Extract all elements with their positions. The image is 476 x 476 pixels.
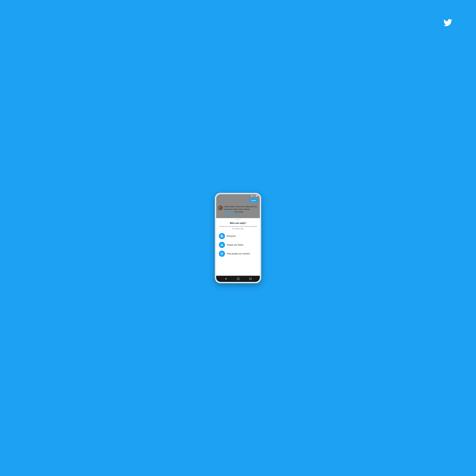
tweet-content-area: Hello foodies! Today we're talking with … (216, 204, 260, 218)
reply-option-everyone[interactable]: Everyone (219, 233, 257, 239)
signal-icon (254, 195, 255, 197)
nav-home-button[interactable] (237, 278, 239, 280)
nav-bar (216, 276, 260, 282)
everyone-icon-circle (219, 233, 225, 239)
at-icon (220, 252, 223, 255)
reply-option-people-follow[interactable]: People you follow (219, 242, 257, 248)
svg-rect-2 (255, 195, 255, 196)
wifi-icon (251, 195, 253, 197)
sheet-handle (236, 219, 240, 220)
svg-marker-7 (225, 278, 226, 280)
only-mention-label: Only people you mention (227, 253, 250, 255)
mention-1[interactable]: @h_wang84 (224, 211, 234, 213)
people-follow-label: People you follow (227, 244, 243, 246)
phone-screen: ✕ Tweet Hello foodies! Today we're talki… (216, 194, 260, 282)
mention-2[interactable]: @cupcakesRDbest (224, 214, 239, 216)
bottom-sheet: Who can reply? Choose who can reply to t… (216, 218, 260, 276)
sheet-subtitle: Choose who can reply to this Tweet. Anyo… (219, 225, 257, 230)
sheet-title: Who can reply? (219, 222, 257, 224)
tweet-button[interactable]: Tweet (249, 199, 258, 202)
people-follow-icon-circle (219, 242, 225, 248)
svg-rect-6 (258, 195, 258, 196)
compose-header: ✕ Tweet (216, 197, 260, 204)
tweet-text-part2: and Cheryl (234, 211, 243, 213)
globe-icon (220, 235, 223, 238)
close-button[interactable]: ✕ (218, 199, 220, 202)
svg-rect-5 (256, 195, 257, 196)
avatar-image (218, 205, 223, 210)
home-icon (237, 278, 239, 280)
svg-rect-1 (254, 196, 254, 196)
tweet-text: Hello foodies! Today we're talking with … (224, 205, 258, 216)
svg-rect-3 (255, 195, 255, 196)
back-icon (224, 278, 227, 280)
twitter-logo (443, 19, 452, 26)
phone-frame: ✕ Tweet Hello foodies! Today we're talki… (215, 193, 261, 283)
nav-back-button[interactable] (224, 278, 227, 280)
reply-option-only-mention[interactable]: Only people you mention (219, 251, 257, 257)
battery-icon (256, 195, 258, 196)
avatar (218, 205, 223, 210)
nav-recents-button[interactable] (250, 278, 252, 280)
status-bar (216, 194, 260, 197)
recents-icon (250, 278, 252, 280)
tweet-text-part1: Hello foodies! Today we're talking with … (224, 206, 257, 210)
reply-options-list: Everyone People you follow (219, 233, 257, 273)
everyone-label: Everyone (227, 235, 236, 237)
mention-icon-circle (219, 251, 225, 257)
people-icon (220, 243, 223, 246)
